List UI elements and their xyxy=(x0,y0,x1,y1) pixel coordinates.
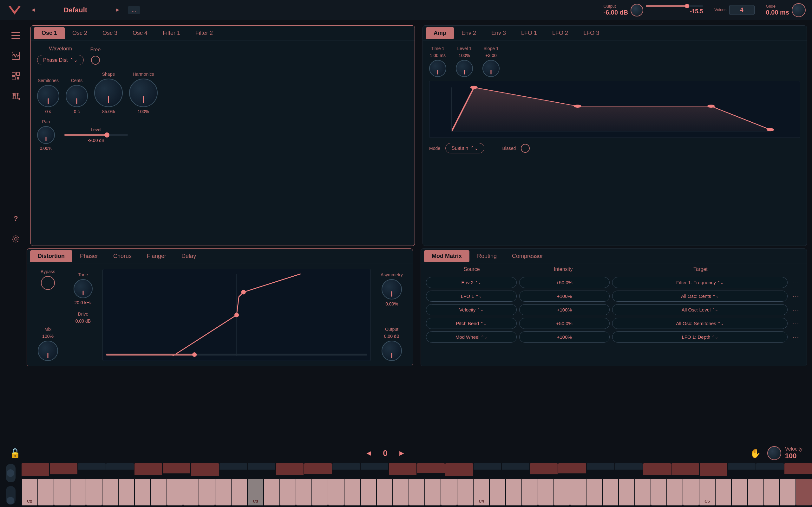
asymmetry-knob[interactable] xyxy=(382,279,402,299)
mod-intensity-0[interactable]: +50.0% xyxy=(519,277,610,288)
tab-lfo2[interactable]: LFO 2 xyxy=(545,27,576,39)
white-key[interactable] xyxy=(409,478,425,506)
mod-target-4[interactable]: LFO 1: Depth ⌃⌄ xyxy=(612,331,788,343)
more-button[interactable]: ... xyxy=(128,6,140,14)
white-key[interactable] xyxy=(264,478,280,506)
biased-toggle[interactable] xyxy=(521,144,530,153)
mod-intensity-2[interactable]: +100% xyxy=(519,304,610,315)
white-key[interactable] xyxy=(215,478,231,506)
white-key[interactable] xyxy=(393,478,409,506)
tab-osc1[interactable]: Osc 1 xyxy=(34,27,65,39)
tone-knob[interactable] xyxy=(73,279,93,298)
lock-icon[interactable]: 🔓 xyxy=(9,448,20,458)
sidebar-item-help[interactable]: ? xyxy=(9,212,23,226)
white-key[interactable] xyxy=(38,478,54,506)
white-key[interactable] xyxy=(135,478,151,506)
tab-filter1[interactable]: Filter 1 xyxy=(155,27,188,39)
dist-output-knob[interactable] xyxy=(382,341,402,361)
tab-mod-matrix[interactable]: Mod Matrix xyxy=(424,250,469,262)
white-key[interactable] xyxy=(667,478,683,506)
white-key[interactable] xyxy=(554,478,570,506)
mod-intensity-4[interactable]: +100% xyxy=(519,331,610,343)
white-key[interactable] xyxy=(376,478,393,506)
white-key[interactable] xyxy=(86,478,102,506)
white-key[interactable] xyxy=(764,478,780,506)
mod-intensity-3[interactable]: +50.0% xyxy=(519,318,610,329)
white-key[interactable] xyxy=(280,478,296,506)
output-knob[interactable] xyxy=(630,4,643,16)
white-key[interactable] xyxy=(328,478,344,506)
white-key[interactable] xyxy=(796,478,812,506)
white-key[interactable] xyxy=(441,478,457,506)
mod-intensity-1[interactable]: +100% xyxy=(519,291,610,302)
white-key[interactable] xyxy=(651,478,667,506)
white-key[interactable] xyxy=(602,478,618,506)
white-key[interactable] xyxy=(312,478,328,506)
white-key[interactable] xyxy=(151,478,167,506)
white-key[interactable] xyxy=(538,478,554,506)
white-key-c3[interactable]: C3 xyxy=(247,478,264,506)
tab-lfo1[interactable]: LFO 1 xyxy=(513,27,545,39)
tab-routing[interactable]: Routing xyxy=(469,250,504,262)
harmonics-knob[interactable] xyxy=(129,78,158,107)
white-key[interactable] xyxy=(683,478,699,506)
tab-env3[interactable]: Env 3 xyxy=(484,27,513,39)
mix-knob[interactable] xyxy=(38,341,58,361)
distortion-slider[interactable] xyxy=(106,354,367,355)
mod-source-3[interactable]: Pitch Bend ⌃⌄ xyxy=(426,318,517,329)
white-key[interactable] xyxy=(425,478,441,506)
white-key[interactable] xyxy=(586,478,602,506)
mod-source-4[interactable]: Mod Wheel ⌃⌄ xyxy=(426,331,517,343)
sustain-button[interactable]: Sustain ⌃⌄ xyxy=(445,143,484,153)
tab-env2[interactable]: Env 2 xyxy=(454,27,484,39)
shape-knob[interactable] xyxy=(94,78,123,107)
sidebar-item-oscilloscope[interactable] xyxy=(9,49,23,63)
white-key[interactable] xyxy=(780,478,796,506)
prev-button[interactable]: ◄ xyxy=(365,449,373,458)
output-slider[interactable] xyxy=(646,5,703,7)
tab-compressor[interactable]: Compressor xyxy=(504,250,551,262)
time1-knob[interactable] xyxy=(429,60,446,77)
mod-more-2[interactable]: ⋯ xyxy=(790,306,802,314)
glide-knob[interactable] xyxy=(792,3,806,17)
mod-more-0[interactable]: ⋯ xyxy=(790,279,802,286)
tab-delay[interactable]: Delay xyxy=(174,250,204,262)
white-key[interactable] xyxy=(344,478,360,506)
white-key[interactable] xyxy=(296,478,312,506)
mod-source-2[interactable]: Velocity ⌃⌄ xyxy=(426,304,517,315)
semitones-knob[interactable] xyxy=(37,85,59,107)
sidebar-item-grid[interactable] xyxy=(9,69,23,83)
white-key[interactable] xyxy=(199,478,215,506)
mod-source-0[interactable]: Env 2 ⌃⌄ xyxy=(426,277,517,288)
phase-dist-button[interactable]: Phase Dist ⌃⌄ xyxy=(37,55,84,65)
sidebar-item-piano[interactable] xyxy=(9,89,23,103)
white-key[interactable] xyxy=(231,478,247,506)
prev-preset-button[interactable]: ◄ xyxy=(28,5,39,14)
mod-target-3[interactable]: All Osc: Semitones ⌃⌄ xyxy=(612,318,788,329)
white-key-c5[interactable]: C5 xyxy=(699,478,715,506)
sidebar-item-menu[interactable] xyxy=(9,29,23,43)
cents-knob[interactable] xyxy=(66,85,88,107)
tab-amp[interactable]: Amp xyxy=(426,27,454,39)
white-key[interactable] xyxy=(570,478,586,506)
white-key[interactable] xyxy=(490,478,506,506)
white-key[interactable] xyxy=(167,478,183,506)
white-key[interactable] xyxy=(183,478,199,506)
tab-phaser[interactable]: Phaser xyxy=(72,250,106,262)
mod-more-3[interactable]: ⋯ xyxy=(790,320,802,327)
white-key[interactable] xyxy=(102,478,118,506)
mod-more-4[interactable]: ⋯ xyxy=(790,333,802,341)
slope1-knob[interactable] xyxy=(483,60,500,77)
mod-source-1[interactable]: LFO 1 ⌃⌄ xyxy=(426,291,517,302)
white-key[interactable] xyxy=(731,478,748,506)
level-slider[interactable] xyxy=(64,134,128,136)
pitch-slider[interactable] xyxy=(6,464,15,482)
white-key[interactable] xyxy=(360,478,376,506)
bypass-toggle[interactable] xyxy=(41,276,55,290)
tab-distortion[interactable]: Distortion xyxy=(30,250,72,262)
white-key[interactable] xyxy=(54,478,70,506)
white-key[interactable] xyxy=(522,478,538,506)
tab-lfo3[interactable]: LFO 3 xyxy=(576,27,607,39)
white-key[interactable] xyxy=(618,478,635,506)
white-key[interactable] xyxy=(635,478,651,506)
